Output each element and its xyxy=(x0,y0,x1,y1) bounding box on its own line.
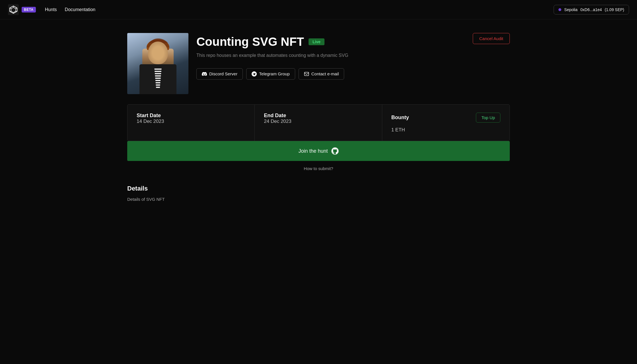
top-up-button[interactable]: Top Up xyxy=(476,113,500,123)
end-date-card: End Date 24 Dec 2023 xyxy=(255,105,382,141)
how-to-submit: How to submit? xyxy=(127,166,510,171)
telegram-icon xyxy=(252,71,257,76)
start-date-label: Start Date xyxy=(137,113,245,119)
contact-email-button[interactable]: Contact e-mail xyxy=(299,68,344,80)
end-date-value: 24 Dec 2023 xyxy=(264,119,373,124)
start-date-card: Start Date 14 Dec 2023 xyxy=(128,105,255,141)
project-title: Counting SVG NFT xyxy=(196,35,304,48)
telegram-group-button[interactable]: Telegram Group xyxy=(246,68,295,80)
nav-documentation[interactable]: Documentation xyxy=(65,7,96,12)
wallet-balance: (1.09 SEP) xyxy=(605,7,624,12)
project-actions: Discord Server Telegram Group xyxy=(196,68,348,80)
live-badge: Live xyxy=(309,38,324,45)
nav-hunts[interactable]: Hunts xyxy=(45,7,57,12)
wallet-network: Sepolia xyxy=(564,7,578,12)
project-title-row: Counting SVG NFT Live xyxy=(196,35,348,48)
how-to-submit-link[interactable]: How to submit? xyxy=(304,166,333,171)
start-date-value: 14 Dec 2023 xyxy=(137,119,245,124)
discord-icon xyxy=(202,71,207,76)
join-hunt-label: Join the hunt xyxy=(298,148,328,154)
details-text: Details of SVG NFT xyxy=(127,197,510,202)
svg-line-5 xyxy=(16,11,17,11)
logo-icon xyxy=(8,4,19,15)
main-content: Counting SVG NFT Live This repo houses a… xyxy=(119,19,518,219)
project-info: Counting SVG NFT Live This repo houses a… xyxy=(196,33,348,80)
wallet-dot-icon xyxy=(558,8,561,11)
bounty-card-header: Bounty Top Up xyxy=(391,113,500,123)
wallet-address: 0xD6...a1e4 xyxy=(580,7,602,12)
project-description: This repo houses an example that automat… xyxy=(196,52,348,59)
bounty-label: Bounty xyxy=(391,115,409,121)
project-header: Counting SVG NFT Live This repo houses a… xyxy=(127,33,510,94)
stats-grid: Start Date 14 Dec 2023 End Date 24 Dec 2… xyxy=(127,104,510,141)
wallet-button[interactable]: Sepolia 0xD6...a1e4 (1.09 SEP) xyxy=(554,5,629,15)
discord-label: Discord Server xyxy=(209,71,237,76)
header-left: BETA Hunts Documentation xyxy=(8,4,95,15)
project-image xyxy=(127,33,188,94)
details-title: Details xyxy=(127,185,510,192)
join-hunt-button[interactable]: Join the hunt xyxy=(127,141,510,161)
contact-email-label: Contact e-mail xyxy=(311,71,339,76)
telegram-label: Telegram Group xyxy=(259,71,290,76)
end-date-label: End Date xyxy=(264,113,373,119)
svg-rect-10 xyxy=(304,72,309,76)
discord-server-button[interactable]: Discord Server xyxy=(196,68,243,80)
header: BETA Hunts Documentation Sepolia 0xD6...… xyxy=(0,0,637,19)
project-header-left: Counting SVG NFT Live This repo houses a… xyxy=(127,33,348,94)
logo-wrapper: BETA xyxy=(8,4,36,15)
bounty-card: Bounty Top Up 1 ETH xyxy=(382,105,509,141)
nav-links: Hunts Documentation xyxy=(45,7,95,12)
svg-line-7 xyxy=(10,11,11,11)
email-icon xyxy=(304,71,309,76)
bounty-value: 1 ETH xyxy=(391,127,500,133)
github-icon xyxy=(331,147,339,155)
cancel-audit-button[interactable]: Cancel Audit xyxy=(473,33,510,44)
beta-badge: BETA xyxy=(22,7,36,13)
hair-detail xyxy=(145,37,171,50)
details-section: Details Details of SVG NFT xyxy=(127,185,510,202)
